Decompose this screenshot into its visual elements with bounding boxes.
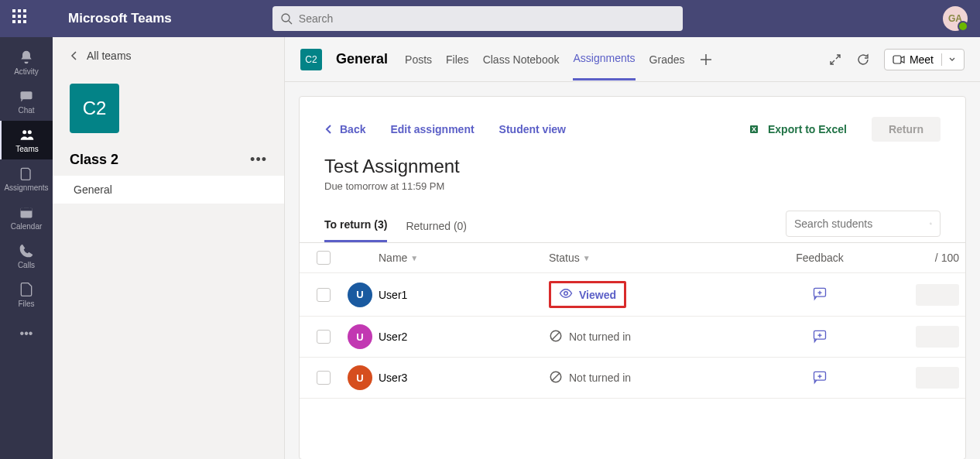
export-excel-button[interactable]: X Export to Excel <box>749 123 847 135</box>
rail-assignments[interactable]: Assignments <box>0 159 53 198</box>
status-icon <box>549 370 563 386</box>
tab-to-return[interactable]: To return (3) <box>324 209 387 242</box>
svg-rect-2 <box>21 91 33 99</box>
filter-bar: To return (3) Returned (0) <box>300 209 965 243</box>
student-row[interactable]: U User1 Viewed <box>300 273 965 317</box>
meet-button[interactable]: Meet <box>884 49 965 70</box>
user-avatar[interactable]: GA <box>943 6 968 31</box>
student-row[interactable]: U User3 Not turned in <box>300 358 965 399</box>
student-avatar: U <box>348 324 372 349</box>
tab-files[interactable]: Files <box>446 39 469 80</box>
app-launcher-icon[interactable] <box>12 9 31 28</box>
student-rows: U User1 Viewed U User2 Not turned in U U… <box>300 273 965 399</box>
svg-point-4 <box>28 130 32 134</box>
status-text: Not turned in <box>569 331 631 343</box>
rail-teams[interactable]: Teams <box>0 121 53 159</box>
svg-point-14 <box>930 222 931 224</box>
more-icon: ••• <box>20 327 33 341</box>
grade-input[interactable] <box>916 367 959 389</box>
grade-input[interactable] <box>916 284 959 306</box>
svg-text:X: X <box>752 125 756 133</box>
channel-panel: All teams C2 Class 2 ••• General <box>53 37 285 459</box>
chevron-left-icon <box>70 51 79 60</box>
add-feedback-button[interactable] <box>812 286 828 303</box>
chevron-down-icon[interactable] <box>941 53 956 66</box>
chevron-left-icon <box>324 125 334 134</box>
rail-label: Chat <box>18 106 34 115</box>
expand-icon[interactable] <box>828 53 842 67</box>
channel-title: General <box>336 51 388 67</box>
student-search[interactable] <box>786 211 941 237</box>
select-all-checkbox[interactable] <box>317 251 331 265</box>
channel-header: C2 General Posts Files Class Notebook As… <box>285 37 980 82</box>
sort-icon: ▼ <box>583 254 591 262</box>
assignment-card: Back Edit assignment Student view X Expo… <box>299 96 966 459</box>
tab-grades[interactable]: Grades <box>649 39 685 80</box>
tab-posts[interactable]: Posts <box>405 39 432 80</box>
student-avatar: U <box>348 283 372 307</box>
tab-class-notebook[interactable]: Class Notebook <box>483 39 560 80</box>
tab-returned[interactable]: Returned (0) <box>406 211 467 241</box>
global-search[interactable] <box>272 6 683 31</box>
edit-assignment-button[interactable]: Edit assignment <box>390 123 474 135</box>
chat-icon <box>19 88 34 104</box>
rail-calls[interactable]: Calls <box>0 237 53 276</box>
rail-label: Teams <box>15 145 38 153</box>
channel-general[interactable]: General <box>53 176 284 204</box>
bell-icon <box>19 50 34 65</box>
back-button[interactable]: Back <box>324 123 365 135</box>
add-feedback-button[interactable] <box>812 328 828 346</box>
team-more-button[interactable]: ••• <box>250 152 267 168</box>
return-button[interactable]: Return <box>872 117 941 142</box>
rail-chat[interactable]: Chat <box>0 82 53 121</box>
main-area: C2 General Posts Files Class Notebook As… <box>285 37 980 459</box>
svg-line-1 <box>289 21 292 24</box>
phone-icon <box>19 243 34 259</box>
rail-more[interactable]: ••• <box>0 314 53 353</box>
file-icon <box>19 282 34 297</box>
app-name: Microsoft Teams <box>68 11 172 26</box>
student-avatar: U <box>348 365 372 390</box>
status-highlight: Viewed <box>549 281 626 308</box>
app-rail: Activity Chat Teams Assignments Calendar… <box>0 37 53 459</box>
team-name: Class 2 <box>70 152 250 168</box>
svg-point-16 <box>564 292 568 296</box>
export-label: Export to Excel <box>768 123 847 135</box>
rail-calendar[interactable]: Calendar <box>0 198 53 237</box>
add-feedback-button[interactable] <box>812 369 828 387</box>
svg-line-15 <box>931 224 932 224</box>
assignment-due: Due tomorrow at 11:59 PM <box>324 180 941 192</box>
student-name: User2 <box>379 331 549 343</box>
col-status[interactable]: Status <box>549 252 580 264</box>
excel-icon: X <box>749 123 762 135</box>
team-tile[interactable]: C2 <box>70 84 119 133</box>
add-tab-icon[interactable] <box>699 53 713 67</box>
rail-activity[interactable]: Activity <box>0 43 53 82</box>
rail-label: Calls <box>18 261 35 269</box>
top-bar: Microsoft Teams GA <box>0 0 980 37</box>
meet-label: Meet <box>910 53 934 66</box>
all-teams-link[interactable]: All teams <box>53 37 284 74</box>
grid-header: Name▼ Status▼ Feedback / 100 <box>300 243 965 273</box>
student-search-input[interactable] <box>794 218 930 230</box>
grade-input[interactable] <box>916 326 959 348</box>
student-view-button[interactable]: Student view <box>499 123 566 135</box>
svg-point-3 <box>22 130 26 134</box>
rail-label: Activity <box>14 67 39 76</box>
svg-point-0 <box>282 14 290 22</box>
team-chip: C2 <box>300 49 322 70</box>
tab-assignments[interactable]: Assignments <box>573 38 635 80</box>
rail-files[interactable]: Files <box>0 276 53 314</box>
row-checkbox[interactable] <box>317 330 331 344</box>
search-input[interactable] <box>299 12 675 25</box>
row-checkbox[interactable] <box>317 371 331 385</box>
all-teams-label: All teams <box>87 50 132 62</box>
row-checkbox[interactable] <box>317 288 331 302</box>
rail-label: Assignments <box>4 183 48 192</box>
refresh-icon[interactable] <box>856 53 870 67</box>
svg-line-26 <box>552 372 560 381</box>
status-text: Viewed <box>579 289 616 301</box>
col-name[interactable]: Name <box>379 252 407 264</box>
student-row[interactable]: U User2 Not turned in <box>300 317 965 358</box>
search-icon <box>280 12 293 25</box>
